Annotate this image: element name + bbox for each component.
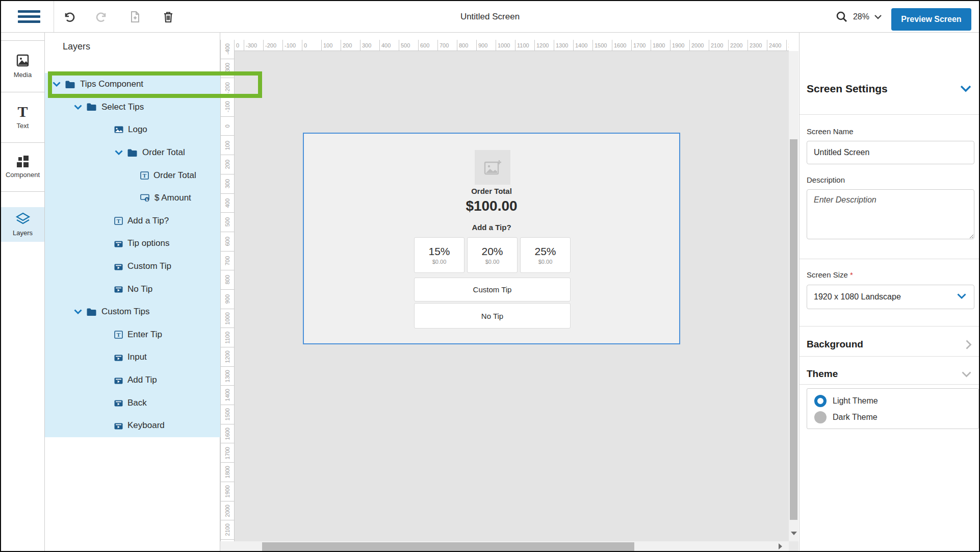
- theme-section-toggle[interactable]: Theme: [800, 362, 980, 386]
- tip-percent-button-15[interactable]: 15%$0.00: [414, 237, 465, 273]
- left-toolbar: Media T Text Component Layers: [1, 33, 45, 551]
- layer-row-tip-options[interactable]: Tip options: [45, 232, 220, 255]
- ruler-tick-label: 1700: [632, 40, 651, 51]
- layer-label: Custom Tip: [127, 261, 171, 271]
- order-total-amount[interactable]: $100.00: [304, 198, 679, 214]
- vertical-scrollbar-thumb[interactable]: [790, 139, 797, 520]
- layer-row-select-tips[interactable]: Select Tips: [45, 96, 220, 119]
- svg-text:T: T: [117, 218, 121, 224]
- light-theme-option[interactable]: Light Theme: [814, 393, 978, 409]
- ruler-tick-label: 400: [380, 40, 399, 51]
- chevron-down-icon: [114, 149, 123, 156]
- component-grid-icon: [17, 156, 29, 167]
- toolbar-item-label: Text: [17, 122, 29, 130]
- layer-label: Order Total: [142, 147, 185, 158]
- chevron-down-icon: [52, 81, 61, 87]
- layer-row-custom-tips[interactable]: Custom Tips: [45, 300, 220, 323]
- toolbar-item-component[interactable]: Component: [1, 142, 44, 191]
- media-image-icon: [16, 54, 30, 67]
- layer-row-input[interactable]: Input: [45, 346, 220, 369]
- zoom-control[interactable]: 28%: [835, 1, 882, 32]
- tip-percent: 20%: [481, 245, 503, 258]
- screen-name-input[interactable]: [807, 141, 974, 164]
- layer-label: $ Amount: [154, 193, 191, 203]
- button-layer-icon: [114, 399, 123, 407]
- design-canvas[interactable]: Order Total $100.00 Add a Tip? 15%$0.002…: [235, 51, 789, 541]
- layer-row-tips-component[interactable]: Tips Component: [45, 73, 220, 96]
- radio-unselected-icon[interactable]: [814, 411, 827, 423]
- screen-size-select[interactable]: 1920 x 1080 Landscape: [807, 285, 974, 309]
- layers-panel: Layers Tips ComponentSelect TipsLogoOrde…: [45, 33, 220, 551]
- tip-options-row: 15%$0.0020%$0.0025%$0.00: [414, 237, 571, 273]
- add-a-tip-label[interactable]: Add a Tip?: [304, 223, 679, 232]
- button-layer-icon: [114, 285, 123, 293]
- layer-row-order-total[interactable]: Order Total: [45, 141, 220, 164]
- hamburger-menu-button[interactable]: [13, 1, 45, 32]
- preview-screen-button[interactable]: Preview Screen: [891, 8, 971, 31]
- layer-row-keyboard[interactable]: Keyboard: [45, 414, 220, 437]
- layer-row-logo[interactable]: Logo: [45, 118, 220, 141]
- scrollbar-corner: [789, 541, 798, 552]
- layer-row-enter-tip[interactable]: TEnter Tip: [45, 323, 220, 346]
- layer-label: No Tip: [127, 284, 152, 294]
- ruler-tick-label: -100: [283, 40, 302, 51]
- redo-button[interactable]: [91, 6, 113, 28]
- canvas-vertical-scrollbar[interactable]: [789, 51, 798, 541]
- tip-percent: 25%: [534, 245, 556, 258]
- ruler-tick-label: 200: [221, 155, 234, 174]
- description-input[interactable]: [807, 189, 974, 239]
- order-total-label[interactable]: Order Total: [304, 187, 679, 195]
- ruler-tick-label: 700: [438, 40, 457, 51]
- tip-percent: 15%: [428, 245, 450, 258]
- ruler-tick-label: 2200: [729, 40, 748, 51]
- scroll-right-arrow-icon[interactable]: [779, 543, 782, 549]
- add-image-icon: [483, 159, 502, 175]
- toolbar-item-media[interactable]: Media: [1, 40, 44, 92]
- layer-row-custom-tip[interactable]: Custom Tip: [45, 255, 220, 278]
- new-file-button[interactable]: [124, 6, 146, 28]
- layer-row-no-tip[interactable]: No Tip: [45, 278, 220, 300]
- layer-row-add-a-tip-[interactable]: TAdd a Tip?: [45, 210, 220, 233]
- toolbar-item-text[interactable]: T Text: [1, 92, 44, 142]
- text-layer-icon: T: [114, 217, 123, 225]
- description-label: Description: [807, 175, 845, 184]
- ruler-tick-label: 1900: [221, 482, 234, 501]
- background-section-toggle[interactable]: Background: [800, 333, 980, 356]
- screen-size-label: Screen Size *: [807, 270, 853, 279]
- logo-image-placeholder[interactable]: [475, 150, 510, 185]
- collapse-panel-chevron-icon[interactable]: [960, 85, 972, 94]
- layer-row-back[interactable]: Back: [45, 391, 220, 414]
- hamburger-icon: [18, 10, 40, 13]
- horizontal-scrollbar-thumb[interactable]: [262, 542, 634, 551]
- canvas-horizontal-scrollbar[interactable]: [220, 541, 798, 552]
- search-zoom-icon: [835, 10, 848, 23]
- layer-row-order-total[interactable]: TOrder Total: [45, 164, 220, 187]
- ruler-tick-label: 800: [457, 40, 477, 51]
- layer-row-add-tip[interactable]: Add Tip: [45, 369, 220, 392]
- undo-button[interactable]: [58, 6, 80, 28]
- tip-percent-button-25[interactable]: 25%$0.00: [520, 237, 571, 273]
- tip-amount: $0.00: [485, 259, 500, 265]
- settings-panel-title: Screen Settings: [807, 83, 888, 95]
- ruler-tick-label: 500: [221, 213, 234, 232]
- toolbar-item-layers[interactable]: Layers: [1, 207, 44, 242]
- scroll-down-arrow-icon[interactable]: [791, 532, 797, 535]
- layer-label: Order Total: [153, 170, 196, 181]
- zoom-level-value: 28%: [853, 12, 869, 21]
- ruler-tick-label: 1100: [221, 328, 234, 347]
- select-chevron-down-icon: [957, 292, 967, 302]
- ruler-tick-label: 2400: [767, 40, 787, 51]
- dark-theme-option[interactable]: Dark Theme: [814, 409, 978, 425]
- custom-tip-button[interactable]: Custom Tip: [414, 278, 571, 302]
- screen-design-selection[interactable]: Order Total $100.00 Add a Tip? 15%$0.002…: [303, 133, 680, 344]
- redo-icon: [95, 10, 109, 24]
- no-tip-button[interactable]: No Tip: [414, 303, 571, 329]
- text-tool-icon: T: [17, 105, 28, 118]
- vertical-ruler: -400-300-200-100010020030040050060070080…: [220, 40, 235, 541]
- radio-selected-icon[interactable]: [814, 395, 827, 407]
- tip-percent-button-20[interactable]: 20%$0.00: [467, 237, 518, 273]
- ruler-tick-label: 1500: [593, 40, 612, 51]
- required-asterisk: *: [850, 270, 853, 279]
- delete-button[interactable]: [157, 6, 179, 28]
- layer-row--amount[interactable]: $$ Amount: [45, 187, 220, 210]
